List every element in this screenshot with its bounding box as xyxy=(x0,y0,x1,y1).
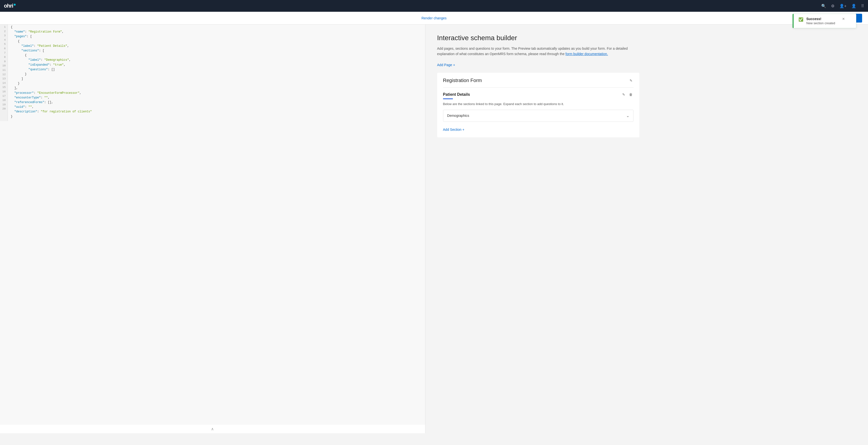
section-label: Demographics xyxy=(447,114,469,118)
form-name: Registration Form xyxy=(443,78,482,83)
render-changes-button[interactable]: Render changes xyxy=(422,16,447,20)
toolbar: Render changes Save Form xyxy=(0,12,868,25)
page-label: Patient Details xyxy=(443,92,470,97)
add-user-icon[interactable]: 👤+ xyxy=(839,4,846,8)
page-header: Patient Details ✎ 🗑 xyxy=(443,92,633,97)
toast-close-button[interactable]: ✕ xyxy=(842,17,845,21)
add-page-button[interactable]: Add Page + xyxy=(437,63,455,67)
section-accordion: Demographics ⌄ xyxy=(443,110,633,122)
page-section: Patient Details ✎ 🗑 Below are the sectio… xyxy=(443,87,633,132)
section-header[interactable]: Demographics ⌄ xyxy=(443,110,633,121)
chevron-down-icon: ⌄ xyxy=(626,113,629,118)
toast-content: Success! New section created xyxy=(806,17,835,25)
scroll-indicator: ∧ xyxy=(0,425,425,433)
form-builder-docs-link[interactable]: form builder documentation. xyxy=(565,52,608,56)
form-card: Registration Form ✎ Patient Details ✎ 🗑 xyxy=(437,73,639,138)
toast-message: New section created xyxy=(806,21,835,25)
page-actions: ✎ 🗑 xyxy=(621,92,633,97)
profile-icon[interactable]: 👤 xyxy=(851,4,856,8)
code-content[interactable]: { "name": "Registration Form", "pages": … xyxy=(8,23,425,121)
form-card-header: Registration Form ✎ xyxy=(443,78,633,84)
nav-icons: 🔍 ⚙ 👤+ 👤 ⠿ xyxy=(821,4,864,8)
add-section-button[interactable]: Add Section + xyxy=(443,127,465,132)
toast-title: Success! xyxy=(806,17,835,21)
schema-editor-panel: Schema Editor ⧉ ↓ 12345 678910 111213141… xyxy=(0,13,426,433)
menu-icon[interactable]: ⠿ xyxy=(861,4,864,8)
builder-title: Interactive schema builder xyxy=(437,34,639,42)
delete-page-button[interactable]: 🗑 xyxy=(628,92,633,97)
settings-icon[interactable]: ⚙ xyxy=(831,4,834,8)
code-editor[interactable]: 12345 678910 1112131415 1617181920 { "na… xyxy=(0,23,425,425)
line-numbers: 12345 678910 1112131415 1617181920 xyxy=(0,23,8,121)
content-area: Schema Editor ⧉ ↓ 12345 678910 111213141… xyxy=(0,13,868,433)
logo-text: ohri xyxy=(4,3,13,9)
logo-dot xyxy=(14,4,16,6)
success-icon: ✅ xyxy=(799,17,803,22)
top-navigation: ohri 🔍 ⚙ 👤+ 👤 ⠿ xyxy=(0,0,868,12)
success-toast: ✅ Success! New section created ✕ xyxy=(793,14,856,28)
logo: ohri xyxy=(4,3,16,9)
page-underline xyxy=(443,98,453,99)
edit-page-button[interactable]: ✎ xyxy=(621,92,626,97)
builder-content: Interactive schema builder Add pages, se… xyxy=(431,28,645,145)
page-description: Below are the sections linked to this pa… xyxy=(443,102,633,106)
search-icon[interactable]: 🔍 xyxy=(821,4,826,8)
edit-form-button[interactable]: ✎ xyxy=(629,78,633,84)
builder-description: Add pages, sections and questions to you… xyxy=(437,46,639,57)
builder-panel: Interactive schema builder Add pages, se… xyxy=(426,22,651,433)
toolbar-center: Render changes xyxy=(291,16,577,20)
right-panel: Preview Interactive Builder Interactive … xyxy=(426,13,868,433)
